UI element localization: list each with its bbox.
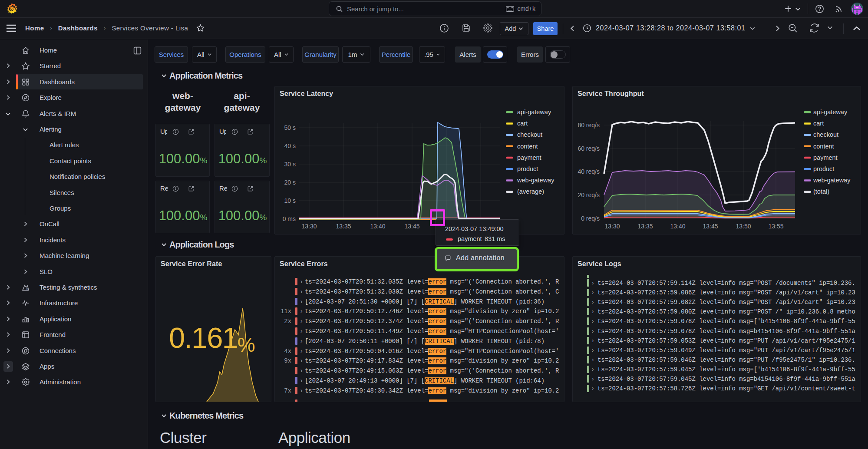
svg-text:product: product (813, 165, 834, 172)
svg-text:13:45: 13:45 (404, 223, 419, 230)
svg-text:(total): (total) (813, 188, 829, 195)
svg-text:0 ms: 0 ms (283, 215, 296, 222)
svg-text:13:55: 13:55 (768, 223, 783, 230)
svg-text:payment: payment (517, 154, 541, 161)
svg-text:cart: cart (517, 120, 528, 127)
svg-text:api-gateway: api-gateway (517, 109, 551, 116)
svg-text:0 req/s: 0 req/s (581, 215, 600, 222)
svg-text:checkout: checkout (517, 131, 542, 138)
svg-text:80 req/s: 80 req/s (578, 122, 600, 129)
svg-text:checkout: checkout (813, 131, 838, 138)
svg-text:content: content (813, 143, 834, 150)
svg-text:13:40: 13:40 (370, 223, 385, 230)
svg-text:20 s: 20 s (284, 179, 296, 186)
svg-text:13:30: 13:30 (604, 223, 620, 230)
svg-text:content: content (517, 143, 538, 150)
svg-text:web-gateway: web-gateway (517, 177, 554, 184)
svg-text:web-gateway: web-gateway (813, 177, 851, 184)
svg-text:13:50: 13:50 (736, 223, 751, 230)
svg-text:10 s: 10 s (284, 197, 296, 204)
svg-text:13:35: 13:35 (637, 223, 653, 230)
svg-text:payment: payment (813, 154, 838, 161)
svg-text:20 req/s: 20 req/s (578, 191, 600, 198)
svg-text:50 s: 50 s (284, 124, 296, 131)
svg-text:13:30: 13:30 (301, 223, 317, 230)
svg-text:13:35: 13:35 (336, 223, 351, 230)
svg-text:api-gateway: api-gateway (813, 109, 848, 116)
svg-text:60 req/s: 60 req/s (578, 145, 600, 152)
svg-text:30 s: 30 s (284, 161, 296, 168)
svg-text:40 s: 40 s (284, 142, 296, 149)
svg-text:cart: cart (813, 120, 824, 127)
svg-text:(average): (average) (517, 188, 544, 195)
svg-text:40 req/s: 40 req/s (578, 168, 600, 175)
svg-text:13:45: 13:45 (703, 223, 718, 230)
svg-text:13:40: 13:40 (670, 223, 685, 230)
svg-text:product: product (517, 165, 538, 172)
svg-text:k6: k6 (26, 287, 29, 290)
